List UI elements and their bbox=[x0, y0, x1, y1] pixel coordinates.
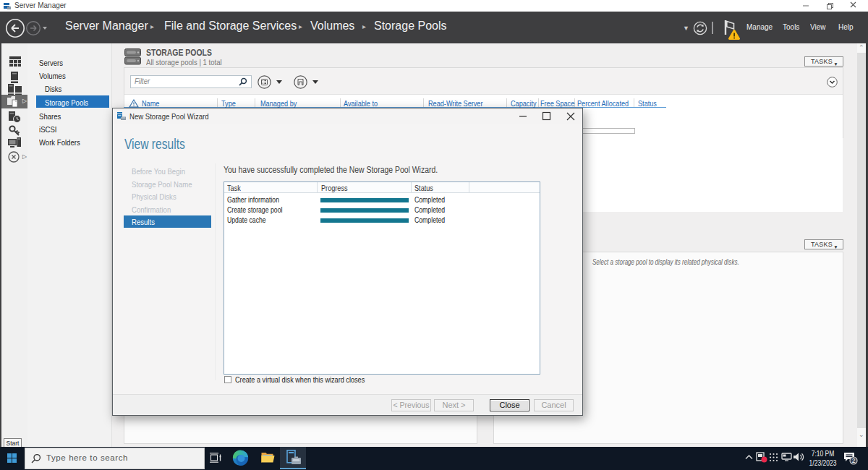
svg-text:2: 2 bbox=[852, 457, 856, 464]
